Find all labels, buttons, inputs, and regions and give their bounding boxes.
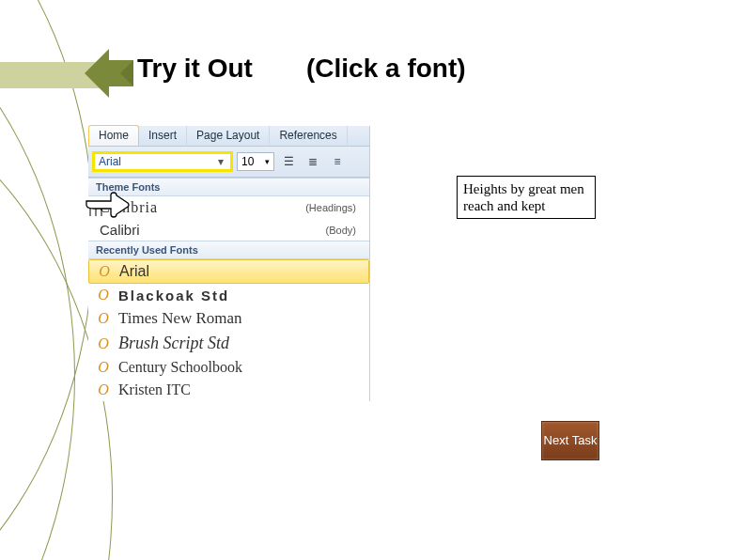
font-glyph-icon: O [96, 359, 111, 376]
ribbon-tabs: Home Insert Page Layout References [88, 126, 369, 147]
chevron-down-icon[interactable]: ▾ [214, 155, 226, 168]
numbering-icon[interactable]: ≣ [303, 152, 323, 171]
font-glyph-icon: O [97, 263, 112, 280]
font-row-cambria[interactable]: Cambria (Headings) [88, 196, 369, 219]
ribbon-row: Arial ▾ 10 ▾ ☰ ≣ ≡ [88, 147, 369, 178]
font-glyph-icon: O [96, 335, 111, 352]
font-glyph-icon: O [96, 287, 111, 303]
font-size-value: 10 [241, 155, 254, 168]
page-subtitle: (Click a font) [306, 54, 466, 84]
font-row-times[interactable]: O Times New Roman [88, 306, 369, 331]
font-name-label: Times New Roman [115, 309, 242, 328]
tab-references[interactable]: References [270, 126, 347, 146]
bullets-icon[interactable]: ☰ [278, 152, 299, 171]
font-size-input[interactable]: 10 ▾ [237, 152, 274, 171]
font-name-value: Arial [99, 155, 214, 168]
theme-fonts-list: Cambria (Headings) Calibri (Body) [88, 196, 369, 241]
recent-fonts-header: Recently Used Fonts [88, 241, 369, 259]
tab-page-layout[interactable]: Page Layout [187, 126, 270, 146]
sample-text-box: Heights by great men reach and kept [457, 176, 596, 219]
font-row-blackoak[interactable]: O Blackoak Std [88, 284, 369, 306]
font-name-label: Arial [116, 263, 149, 280]
font-row-arial[interactable]: O Arial [88, 259, 369, 284]
font-row-kristen[interactable]: O Kristen ITC [88, 379, 369, 401]
pointing-hand-icon [83, 188, 130, 222]
recent-fonts-list: O Arial O Blackoak Std O Times New Roman… [88, 259, 369, 401]
tab-home[interactable]: Home [88, 125, 139, 146]
font-name-label: Kristen ITC [115, 381, 191, 398]
next-task-label: Next Task [544, 433, 598, 448]
font-name-label: Calibri [96, 222, 140, 238]
page-title: Try it Out [137, 54, 253, 84]
title-arrow-icon [85, 49, 133, 98]
font-glyph-icon: O [96, 381, 111, 398]
multilevel-icon[interactable]: ≡ [327, 152, 348, 171]
font-name-label: Century Schoolbook [115, 359, 242, 376]
font-glyph-icon: O [96, 310, 111, 327]
font-name-input[interactable]: Arial ▾ [92, 151, 233, 172]
font-meta-label: (Body) [326, 225, 362, 236]
theme-fonts-header: Theme Fonts [88, 178, 369, 196]
font-row-brush-script[interactable]: O Brush Script Std [88, 331, 369, 356]
word-screenshot: Home Insert Page Layout References Arial… [88, 126, 370, 401]
font-row-century[interactable]: O Century Schoolbook [88, 356, 369, 379]
font-row-calibri[interactable]: Calibri (Body) [88, 219, 369, 241]
chevron-down-icon[interactable]: ▾ [265, 157, 270, 166]
tab-insert[interactable]: Insert [139, 126, 187, 146]
font-name-label: Brush Script Std [115, 334, 229, 353]
font-meta-label: (Headings) [305, 202, 362, 213]
next-task-button[interactable]: Next Task [541, 421, 599, 460]
font-name-label: Blackoak Std [115, 288, 229, 303]
